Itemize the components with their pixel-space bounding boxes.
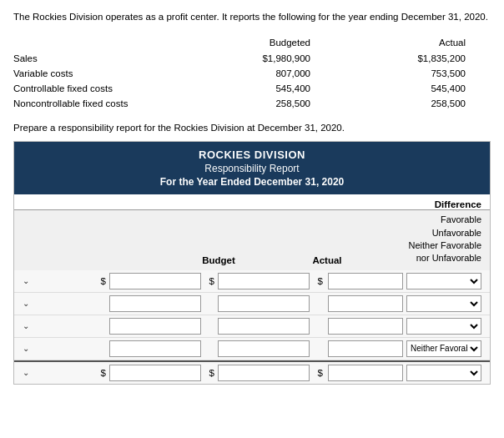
diff-select-total[interactable]: Favorable Unfavorable Neither Favorable <box>406 365 481 381</box>
report-row-2: ⌄ $ $ $ Favorable Unfavorable Neither Fa… <box>14 293 490 315</box>
row-actual: 753,500 <box>335 66 491 81</box>
row-label: Sales <box>13 51 180 66</box>
actual-input-total[interactable] <box>218 365 310 381</box>
budget-input-1[interactable] <box>109 273 201 289</box>
row-label: Controllable fixed costs <box>13 81 180 96</box>
column-headers-row: Budget Actual Favorable Unfavorable Neit… <box>14 210 490 270</box>
report-subtitle: For the Year Ended December 31, 2020 <box>18 176 486 188</box>
report-row-total: ⌄ $ $ $ Favorable Unfavorable Neither Fa… <box>14 360 490 384</box>
report-row-1: ⌄ $ $ $ Favorable Unfavorable Neither Fa… <box>14 270 490 293</box>
diff-input-1[interactable] <box>328 273 403 289</box>
chevron-down-icon[interactable]: ⌄ <box>23 321 34 330</box>
actual-header: Actual <box>335 36 491 51</box>
diff-input-2[interactable] <box>328 295 403 312</box>
table-row: Sales $1,980,900 $1,835,200 <box>13 51 491 66</box>
chevron-down-icon[interactable]: ⌄ <box>23 299 34 308</box>
table-row: Controllable fixed costs 545,400 545,400 <box>13 81 491 96</box>
difference-label: Difference <box>381 199 481 209</box>
diff-select-1[interactable]: Favorable Unfavorable Neither Favorable <box>406 273 481 289</box>
report-row-4: ⌄ $ $ $ Favorable Unfavorable Neither Fa… <box>14 338 490 360</box>
difference-header-row: Difference <box>14 194 490 210</box>
budget-input-total[interactable] <box>109 365 201 381</box>
row-budgeted: $1,980,900 <box>180 51 335 66</box>
row-budgeted: 545,400 <box>180 81 335 96</box>
row-label: Variable costs <box>13 66 180 81</box>
budgeted-header: Budgeted <box>180 36 335 51</box>
diff-select-4[interactable]: Favorable Unfavorable Neither Favorable <box>406 340 481 357</box>
company-name: ROCKIES DIVISION <box>18 149 486 161</box>
chevron-down-icon[interactable]: ⌄ <box>23 276 34 285</box>
budget-column-header: Budget <box>164 255 273 265</box>
table-row: Variable costs 807,000 753,500 <box>13 66 491 81</box>
diff-input-total[interactable] <box>328 365 403 381</box>
actual-input-2[interactable] <box>218 295 310 312</box>
actual-input-1[interactable] <box>218 273 310 289</box>
dollar-sign: $ <box>318 368 323 378</box>
row-actual: 258,500 <box>335 96 491 111</box>
prepare-text: Prepare a responsibility report for the … <box>13 123 491 133</box>
data-table: Budgeted Actual Sales $1,980,900 $1,835,… <box>13 36 491 111</box>
diff-select-2[interactable]: Favorable Unfavorable Neither Favorable <box>406 295 481 312</box>
diff-select-3[interactable]: Favorable Unfavorable Neither Favorable <box>406 318 481 335</box>
row-label: Noncontrollable fixed costs <box>13 96 180 111</box>
dollar-sign: $ <box>209 368 214 378</box>
report-row-3: ⌄ $ $ $ Favorable Unfavorable Neither Fa… <box>14 315 490 338</box>
diff-input-4[interactable] <box>328 340 403 357</box>
actual-column-header: Actual <box>273 255 381 265</box>
budget-input-3[interactable] <box>109 318 201 335</box>
report-header: ROCKIES DIVISION Responsibility Report F… <box>14 142 490 194</box>
diff-column-header: Favorable Unfavorable Neither Favorable … <box>381 214 481 265</box>
diff-input-3[interactable] <box>328 318 403 335</box>
dollar-sign: $ <box>101 368 106 378</box>
chevron-down-icon[interactable]: ⌄ <box>23 344 34 353</box>
responsibility-report: ROCKIES DIVISION Responsibility Report F… <box>13 141 491 385</box>
report-title: Responsibility Report <box>18 163 486 174</box>
row-budgeted: 807,000 <box>180 66 335 81</box>
dollar-sign: $ <box>209 276 214 286</box>
dollar-sign: $ <box>318 276 323 286</box>
budget-input-2[interactable] <box>109 295 201 312</box>
row-actual: 545,400 <box>335 81 491 96</box>
dollar-sign: $ <box>101 276 106 286</box>
actual-input-3[interactable] <box>218 318 310 335</box>
actual-input-4[interactable] <box>218 340 310 357</box>
intro-paragraph: The Rockies Division operates as a profi… <box>13 10 491 24</box>
row-actual: $1,835,200 <box>335 51 491 66</box>
row-budgeted: 258,500 <box>180 96 335 111</box>
table-row: Noncontrollable fixed costs 258,500 258,… <box>13 96 491 111</box>
budget-input-4[interactable] <box>109 340 201 357</box>
chevron-down-icon[interactable]: ⌄ <box>23 368 34 377</box>
